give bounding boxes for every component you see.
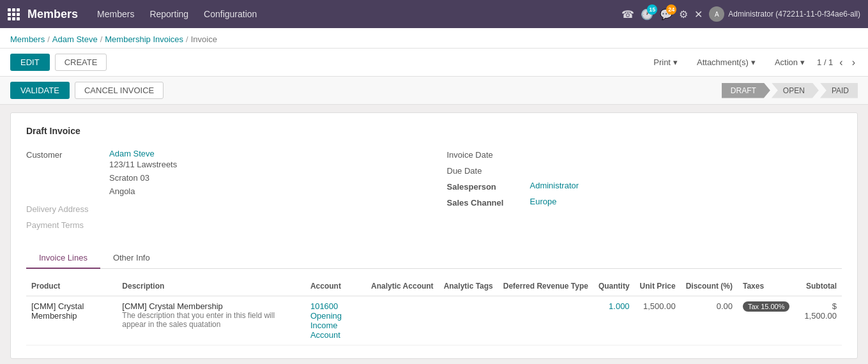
activity-icon[interactable]: 🕐 15 — [641, 8, 653, 20]
phone-icon[interactable]: ☎ — [621, 8, 634, 20]
col-account: Account — [305, 277, 366, 296]
col-analytic-account: Analytic Account — [366, 277, 439, 296]
breadcrumb-sep3: / — [186, 34, 188, 44]
breadcrumb-adam-steve[interactable]: Adam Steve — [52, 34, 98, 44]
col-quantity: Quantity — [593, 277, 635, 296]
col-subtotal: Subtotal — [795, 277, 842, 296]
status-paid[interactable]: PAID — [820, 83, 858, 98]
attachments-button[interactable]: Attachment(s) ▾ — [690, 54, 763, 71]
breadcrumb-sep2: / — [100, 34, 103, 44]
invoice-date-row: Invoice Date — [447, 149, 842, 160]
invoice-date-label: Invoice Date — [447, 149, 524, 160]
status-steps: DRAFT OPEN PAID — [722, 83, 858, 98]
sales-channel-value[interactable]: Europe — [530, 197, 557, 206]
due-date-row: Due Date — [447, 165, 842, 176]
breadcrumb-current: Invoice — [191, 34, 217, 44]
status-draft[interactable]: DRAFT — [722, 83, 770, 98]
user-label: Administrator (472211-11-0-f34ae6-all) — [728, 10, 860, 19]
app-logo[interactable]: Members — [8, 8, 78, 21]
customer-value-group: Adam Steve 123/11 Lawstreets Scraton 03 … — [109, 149, 177, 198]
menu-item-reporting[interactable]: Reporting — [143, 5, 195, 23]
grid-icon — [8, 8, 20, 20]
user-menu[interactable]: A Administrator (472211-11-0-f34ae6-all) — [709, 6, 860, 22]
delivery-address-label: Delivery Address — [26, 203, 103, 214]
pagination: 1 / 1 ‹ › — [817, 56, 858, 70]
account-link[interactable]: 101600 Opening Income Account — [310, 301, 342, 340]
cell-subtotal: $ 1,500.00 — [795, 296, 842, 345]
attachments-dropdown-icon: ▾ — [751, 57, 756, 67]
cell-analytic-tags — [439, 296, 498, 345]
sales-channel-label: Sales Channel — [447, 197, 524, 208]
cell-analytic-account — [366, 296, 439, 345]
app-title: Members — [27, 8, 78, 21]
cell-account: 101600 Opening Income Account — [305, 296, 366, 345]
col-product: Product — [26, 277, 117, 296]
table-header: Product Description Account Analytic Acc… — [26, 277, 842, 296]
customer-address3: Angola — [109, 185, 177, 199]
payment-terms-label: Payment Terms — [26, 219, 103, 230]
menu-item-members[interactable]: Members — [91, 5, 141, 23]
cell-discount: 0.00 — [681, 296, 738, 345]
cell-quantity: 1.000 — [593, 296, 635, 345]
top-navigation: Members Members Reporting Configuration … — [0, 0, 868, 28]
customer-address1: 123/11 Lawstreets — [109, 158, 177, 172]
next-button[interactable]: › — [849, 56, 858, 70]
customer-field-row: Customer Adam Steve 123/11 Lawstreets Sc… — [26, 149, 422, 198]
salesperson-label: Salesperson — [447, 181, 524, 192]
cancel-invoice-button[interactable]: CANCEL INVOICE — [75, 82, 164, 99]
invoice-card: Draft Invoice Customer Adam Steve 123/11… — [10, 112, 858, 359]
cell-description: [CMM] Crystal Membership The description… — [117, 296, 305, 345]
settings-icon[interactable]: ⚙ — [679, 8, 688, 20]
tab-other-info[interactable]: Other Info — [100, 248, 163, 269]
breadcrumb-members[interactable]: Members — [10, 34, 45, 44]
attachments-label: Attachment(s) — [697, 57, 749, 67]
col-taxes: Taxes — [738, 277, 795, 296]
customer-info: Customer Adam Steve 123/11 Lawstreets Sc… — [26, 149, 422, 235]
prev-button[interactable]: ‹ — [837, 56, 845, 70]
chat-icon[interactable]: 💬 24 — [660, 8, 673, 20]
tab-invoice-lines[interactable]: Invoice Lines — [26, 248, 100, 269]
action-label: Action — [775, 57, 798, 67]
breadcrumb-membership-invoices[interactable]: Membership Invoices — [105, 34, 183, 44]
print-button[interactable]: Print ▾ — [646, 54, 685, 71]
pagination-text: 1 / 1 — [817, 57, 833, 67]
menu-item-configuration[interactable]: Configuration — [197, 5, 263, 23]
cell-deferred-revenue — [498, 296, 593, 345]
salesperson-row: Salesperson Administrator — [447, 181, 842, 192]
header-row: Product Description Account Analytic Acc… — [26, 277, 842, 296]
edit-button[interactable]: EDIT — [10, 54, 50, 71]
sub-action-bar: VALIDATE CANCEL INVOICE DRAFT OPEN PAID — [0, 77, 868, 105]
cell-product: [CMM] Crystal Membership — [26, 296, 117, 345]
sales-channel-row: Sales Channel Europe — [447, 197, 842, 208]
customer-name[interactable]: Adam Steve — [109, 149, 177, 158]
invoice-lines-table: Product Description Account Analytic Acc… — [26, 277, 842, 345]
customer-label: Customer — [26, 149, 103, 160]
close-icon[interactable]: ✕ — [694, 8, 703, 20]
breadcrumb-sep1: / — [47, 34, 50, 44]
validate-button[interactable]: VALIDATE — [10, 82, 70, 99]
col-discount: Discount (%) — [681, 277, 738, 296]
main-content: Draft Invoice Customer Adam Steve 123/11… — [0, 105, 868, 364]
tax-badge: Tax 15.00% — [743, 301, 789, 312]
invoice-tabs: Invoice Lines Other Info — [26, 248, 842, 269]
chat-badge: 24 — [666, 4, 676, 15]
desc-line2: The description that you enter in this f… — [122, 311, 300, 329]
action-bar: EDIT CREATE Print ▾ Attachment(s) ▾ Acti… — [0, 49, 868, 77]
print-label: Print — [653, 57, 671, 67]
top-right-actions: ☎ 🕐 15 💬 24 ⚙ ✕ A Administrator (472211-… — [621, 6, 860, 22]
create-button[interactable]: CREATE — [55, 54, 107, 71]
action-dropdown-icon: ▾ — [800, 57, 805, 67]
activity-badge: 15 — [647, 4, 657, 15]
status-pipeline: DRAFT OPEN PAID — [722, 83, 858, 98]
table-row: [CMM] Crystal Membership [CMM] Crystal M… — [26, 296, 842, 345]
delivery-address-row: Delivery Address — [26, 203, 422, 214]
print-dropdown-icon: ▾ — [673, 57, 678, 67]
due-date-label: Due Date — [447, 165, 524, 176]
invoice-title: Draft Invoice — [26, 126, 842, 136]
breadcrumb: Members / Adam Steve / Membership Invoic… — [0, 28, 868, 49]
action-button[interactable]: Action ▾ — [768, 54, 812, 71]
status-open[interactable]: OPEN — [772, 83, 819, 98]
salesperson-value[interactable]: Administrator — [530, 181, 579, 190]
cell-unit-price: 1,500.00 — [635, 296, 681, 345]
col-analytic-tags: Analytic Tags — [439, 277, 498, 296]
